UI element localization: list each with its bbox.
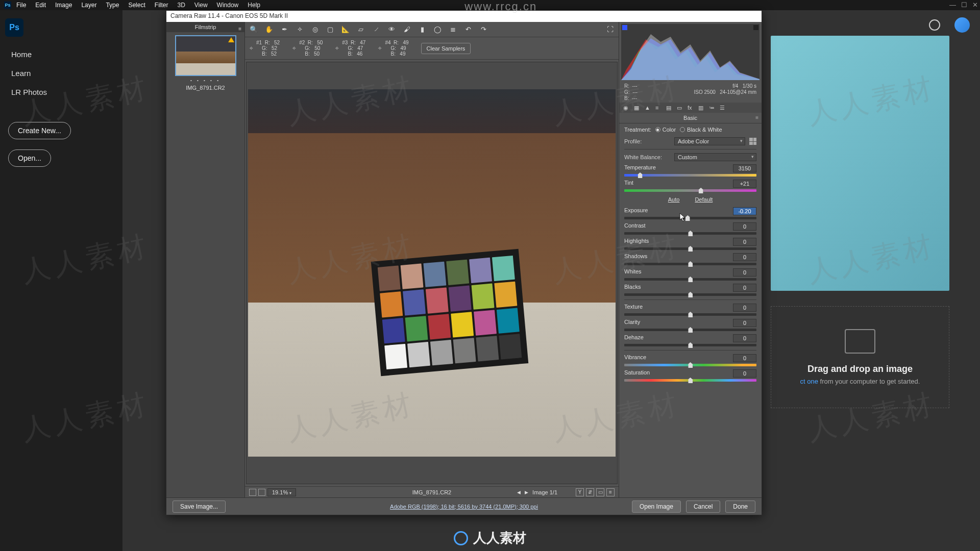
tab-hsl-icon[interactable]: ≡ [655, 105, 662, 111]
wb-dropdown[interactable]: Custom [674, 153, 756, 161]
tab-split-icon[interactable]: ▤ [666, 105, 673, 111]
tint-slider[interactable]: Tint+21 [619, 178, 762, 193]
treatment-color-radio[interactable]: Color [655, 127, 676, 133]
spot-removal-icon[interactable]: ⟋ [372, 25, 381, 34]
treatment-row: Treatment: Color Black & White [619, 123, 762, 136]
rotate-ccw-icon[interactable]: ↶ [463, 25, 473, 34]
save-image-button[interactable]: Save Image... [173, 500, 226, 513]
wb-eyedropper-icon[interactable]: ✒ [280, 25, 289, 34]
dehaze-slider[interactable]: Dehaze0 [619, 333, 762, 348]
menu-edit[interactable]: Edit [35, 2, 46, 9]
tab-calibration-icon[interactable]: ▥ [698, 105, 705, 111]
prev-image-icon[interactable]: ◀ [517, 490, 521, 495]
clarity-slider[interactable]: Clarity0 [619, 317, 762, 333]
preview-canvas[interactable] [246, 62, 618, 484]
radial-filter-icon[interactable]: ◯ [433, 25, 442, 34]
target-adjust-icon[interactable]: ◎ [310, 25, 320, 34]
tab-detail-icon[interactable]: ▲ [645, 105, 651, 111]
window-minimize-icon[interactable]: — [949, 1, 956, 9]
view-settings-icon[interactable]: ≡ [606, 488, 615, 496]
straighten-tool-icon[interactable]: 📐 [341, 25, 350, 34]
crop-tool-icon[interactable]: ▢ [326, 25, 335, 34]
nav-home[interactable]: Home [0, 45, 122, 64]
nav-learn[interactable]: Learn [0, 64, 122, 83]
window-close-icon[interactable]: ✕ [972, 1, 978, 9]
highlights-slider[interactable]: Highlights0 [619, 236, 762, 252]
fill-icon[interactable] [258, 489, 265, 496]
adjustments-panel: R: --- G: --- B: --- f/4 1/30 s ISO 2500… [619, 22, 762, 497]
menu-file[interactable]: File [16, 2, 26, 9]
home-sidebar: Ps Home Learn LR Photos Create New... Op… [0, 10, 122, 551]
contrast-slider[interactable]: Contrast0 [619, 221, 762, 236]
texture-slider[interactable]: Texture0 [619, 302, 762, 317]
tab-basic-icon[interactable]: ◉ [623, 105, 630, 111]
redeye-tool-icon[interactable]: 👁 [387, 25, 396, 34]
copy-settings-icon[interactable]: ▭ [596, 488, 604, 496]
promo-image [771, 36, 949, 291]
menu-help[interactable]: Help [248, 2, 260, 9]
tab-presets-icon[interactable]: ≔ [709, 105, 716, 111]
drag-drop-area[interactable]: Drag and drop an image ct one from your … [771, 306, 949, 408]
user-avatar[interactable] [954, 17, 970, 33]
clear-samplers-button[interactable]: Clear Samplers [421, 43, 471, 54]
filmstrip-menu-icon[interactable]: ≡ [238, 24, 241, 34]
wb-label: White Balance: [624, 154, 670, 160]
swap-icon[interactable]: ⇵ [586, 488, 594, 496]
zoom-dropdown[interactable]: 19.1% ▾ [267, 488, 296, 496]
next-image-icon[interactable]: ▶ [525, 490, 528, 495]
menu-window[interactable]: Window [217, 2, 239, 9]
menu-select[interactable]: Select [128, 2, 145, 9]
sampler-eyedropper-icon: ✧ [335, 45, 339, 51]
menu-type[interactable]: Type [106, 2, 119, 9]
menu-image[interactable]: Image [55, 2, 72, 9]
panel-menu-icon[interactable]: ≡ [755, 115, 758, 120]
menu-view[interactable]: View [194, 2, 208, 9]
profile-dropdown[interactable]: Adobe Color [674, 137, 745, 145]
highlight-clip-icon[interactable] [753, 25, 758, 30]
menu-layer[interactable]: Layer [81, 2, 96, 9]
menu-filter[interactable]: Filter [155, 2, 168, 9]
preferences-icon[interactable]: ≣ [448, 25, 457, 34]
default-link[interactable]: Default [695, 196, 713, 203]
tab-lens-icon[interactable]: ▭ [677, 105, 683, 111]
tab-curve-icon[interactable]: ▦ [634, 105, 641, 111]
sampler-eyedropper-icon: ✧ [378, 45, 382, 51]
create-new-button[interactable]: Create New... [8, 122, 71, 139]
search-icon[interactable] [929, 19, 940, 31]
shadow-clip-icon[interactable] [622, 25, 627, 30]
cancel-button[interactable]: Cancel [686, 500, 720, 513]
basic-panel-title: Basic ≡ [619, 113, 762, 123]
whites-slider[interactable]: Whites0 [619, 267, 762, 282]
exposure-slider[interactable]: Exposure-0.20 [619, 206, 762, 221]
thumbnail-rating: • • • • • [175, 78, 236, 83]
temperature-slider[interactable]: Temperature3150 [619, 163, 762, 178]
menu-3d[interactable]: 3D [177, 2, 185, 9]
done-button[interactable]: Done [725, 500, 755, 513]
before-after-icon[interactable]: Y [576, 488, 584, 496]
vibrance-slider[interactable]: Vibrance0 [619, 353, 762, 368]
open-image-button[interactable]: Open Image [632, 500, 681, 513]
fullscreen-icon[interactable]: ⛶ [605, 25, 615, 34]
fit-icon[interactable] [249, 489, 256, 496]
adjustment-brush-icon[interactable]: 🖌 [402, 25, 411, 34]
thumbnail[interactable]: • • • • • IMG_8791.CR2 [175, 35, 236, 91]
nav-lrphotos[interactable]: LR Photos [0, 83, 122, 102]
transform-tool-icon[interactable]: ▱ [356, 25, 365, 34]
tab-fx-icon[interactable]: fx [688, 105, 694, 111]
rotate-cw-icon[interactable]: ↷ [479, 25, 488, 34]
open-button[interactable]: Open... [8, 149, 51, 167]
workflow-link[interactable]: Adobe RGB (1998); 16 bit; 5616 by 3744 (… [390, 504, 538, 510]
auto-link[interactable]: Auto [668, 196, 680, 203]
color-sampler-icon[interactable]: ✧ [295, 25, 304, 34]
graduated-filter-icon[interactable]: ▮ [418, 25, 427, 34]
hand-tool-icon[interactable]: ✋ [264, 25, 274, 34]
window-maximize-icon[interactable]: ☐ [961, 1, 967, 9]
treatment-bw-radio[interactable]: Black & White [680, 127, 722, 133]
saturation-slider[interactable]: Saturation0 [619, 368, 762, 383]
zoom-tool-icon[interactable]: 🔍 [249, 25, 258, 34]
profile-browser-icon[interactable] [749, 138, 756, 145]
shadows-slider[interactable]: Shadows0 [619, 252, 762, 267]
cr-title-bar: Camera Raw 11.4 - Canon EOS 5D Mark II [166, 11, 762, 22]
tab-snapshots-icon[interactable]: ☰ [720, 105, 726, 111]
blacks-slider[interactable]: Blacks0 [619, 282, 762, 297]
